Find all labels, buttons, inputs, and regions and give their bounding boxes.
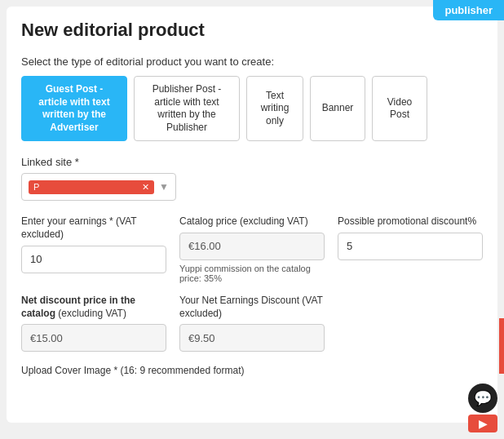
linked-site-label: Linked site *: [21, 156, 483, 168]
product-type-publisher[interactable]: Publisher Post - article with text writt…: [134, 76, 240, 141]
main-container: New editorial product Select the type of…: [7, 7, 497, 423]
form-row-earnings: Enter your earnings * (VAT excluded) Cat…: [21, 215, 483, 283]
net-earnings-group: Your Net Earnings Discount (VAT excluded…: [179, 295, 325, 352]
earnings-input[interactable]: [21, 246, 166, 273]
chat-icon[interactable]: 💬: [468, 384, 497, 413]
product-type-video[interactable]: Video Post: [372, 76, 427, 141]
earnings-group: Enter your earnings * (VAT excluded): [21, 215, 166, 273]
net-discount-label: Net discount price in the catalog (exclu…: [21, 295, 166, 320]
product-type-banner[interactable]: Banner: [310, 76, 365, 141]
linked-site-value: P ✕: [29, 180, 154, 194]
promo-discount-group: Possible promotional discount%: [338, 215, 483, 260]
dropdown-arrow-icon: ▼: [159, 181, 169, 193]
net-discount-section: Net discount price in the catalog (exclu…: [21, 295, 483, 352]
linked-site-row: P ✕ ▼: [21, 173, 483, 201]
net-discount-group: Net discount price in the catalog (exclu…: [21, 295, 166, 352]
promo-discount-label: Possible promotional discount%: [338, 215, 483, 228]
product-type-row: Guest Post - article with text written b…: [21, 76, 483, 141]
linked-site-clear[interactable]: ✕: [142, 182, 149, 193]
linked-site-text: P: [33, 182, 39, 192]
upload-cover-label: Upload Cover Image * (16: 9 recommended …: [21, 365, 483, 376]
publisher-badge: publisher: [433, 0, 504, 20]
net-discount-input: [21, 324, 166, 352]
youtube-icon[interactable]: ▶: [468, 415, 497, 432]
catalog-price-group: Catalog price (excluding VAT) Yuppi comm…: [179, 215, 325, 283]
section-label: Select the type of editorial product you…: [21, 55, 483, 68]
catalog-price-sub: Yuppi commission on the catalog price: 3…: [179, 264, 325, 283]
earnings-label: Enter your earnings * (VAT excluded): [21, 215, 166, 241]
feedback-tab[interactable]: Feedback: [499, 318, 504, 374]
catalog-price-label: Catalog price (excluding VAT): [179, 215, 325, 228]
product-type-text[interactable]: Text writing only: [246, 76, 303, 141]
page-title: New editorial product: [21, 20, 483, 41]
net-earnings-input: [179, 324, 325, 352]
promo-discount-input[interactable]: [338, 233, 483, 260]
catalog-price-input: [179, 233, 325, 260]
net-discount-label-suffix: (excluding VAT): [58, 308, 126, 319]
linked-site-select[interactable]: P ✕ ▼: [21, 173, 176, 201]
net-earnings-label: Your Net Earnings Discount (VAT excluded…: [179, 295, 325, 320]
product-type-guest[interactable]: Guest Post - article with text written b…: [21, 76, 127, 141]
